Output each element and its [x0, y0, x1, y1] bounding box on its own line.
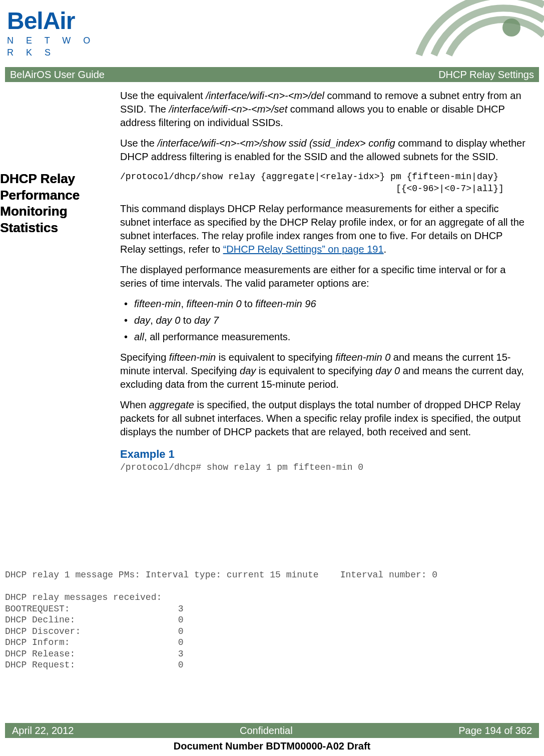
logo-brand-top: BelAir — [7, 5, 112, 38]
example-title: Example 1 — [120, 447, 529, 462]
option-fifteen-min: fifteen-min, fifteen-min 0 to fifteen-mi… — [120, 297, 529, 311]
options-list: fifteen-min, fifteen-min 0 to fifteen-mi… — [120, 297, 529, 344]
syntax-line-2: [{<0-96>|<0-7>|all}] — [120, 183, 529, 195]
stats-para-3: Specifying fifteen-min is equivalent to … — [120, 351, 529, 391]
footer-page: Page 194 of 362 — [458, 724, 532, 737]
intro-para-1: Use the equivalent /interface/wifi-<n>-<… — [120, 89, 529, 130]
svg-point-0 — [502, 19, 520, 37]
stats-para-4: When aggregate is specified, the output … — [120, 398, 529, 439]
syntax-line-1: /protocol/dhcp/show relay {aggregate|<re… — [120, 171, 529, 183]
xref-link[interactable]: “DHCP Relay Settings” on page 191 — [223, 244, 384, 255]
stats-section: DHCP Relay Performance Monitoring Statis… — [0, 171, 529, 474]
intro-block: Use the equivalent /interface/wifi-<n>-<… — [120, 89, 529, 164]
document-number: Document Number BDTM00000-A02 Draft — [0, 739, 544, 753]
example-command: /protocol/dhcp# show relay 1 pm fifteen-… — [120, 461, 529, 473]
footer-confidential: Confidential — [240, 724, 293, 737]
header-right: DHCP Relay Settings — [438, 68, 534, 82]
option-day: day, day 0 to day 7 — [120, 314, 529, 327]
page-content: Use the equivalent /interface/wifi-<n>-<… — [0, 89, 529, 474]
header-left: BelAirOS User Guide — [10, 68, 105, 82]
terminal-output: DHCP relay 1 message PMs: Interval type:… — [5, 569, 539, 671]
header-bar: BelAirOS User Guide DHCP Relay Settings — [5, 67, 539, 82]
intro-para-2: Use the /interface/wifi-<n>-<m>/show ssi… — [120, 137, 529, 164]
section-heading: DHCP Relay Performance Monitoring Statis… — [0, 171, 110, 236]
footer-bar: April 22, 2012 Confidential Page 194 of … — [5, 723, 539, 738]
option-all: all, all performance measurements. — [120, 330, 529, 344]
swoosh-icon — [414, 0, 544, 60]
stats-para-2: The displayed performance measurements a… — [120, 263, 529, 290]
footer-date: April 22, 2012 — [12, 724, 74, 737]
brand-logo: BelAir N E T W O R K S — [7, 5, 112, 59]
logo-brand-bottom: N E T W O R K S — [7, 35, 112, 59]
stats-para-1: This command displays DHCP Relay perform… — [120, 202, 529, 256]
